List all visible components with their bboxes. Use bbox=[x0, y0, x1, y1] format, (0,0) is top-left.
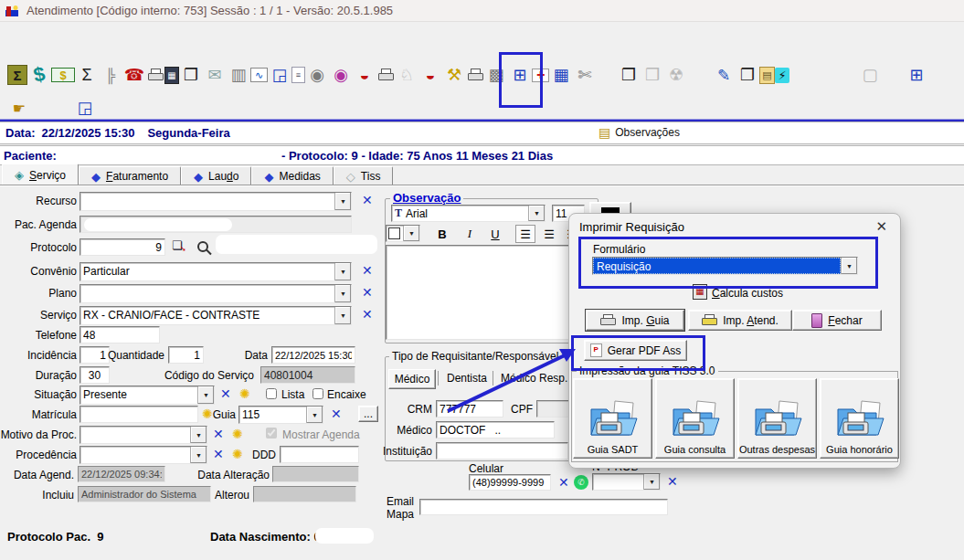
tab-medico[interactable]: Médico bbox=[388, 369, 436, 389]
clear-recurso-button[interactable]: ✕ bbox=[362, 193, 373, 207]
tiss-guide-button[interactable]: Guia honorário bbox=[820, 378, 899, 459]
transfer-person-icon[interactable]: ◲ bbox=[268, 61, 291, 89]
calculator-icon[interactable]: ▦ bbox=[164, 67, 179, 84]
cd-color-icon[interactable]: ◉ bbox=[329, 61, 353, 89]
lista-checkbox[interactable] bbox=[266, 388, 277, 399]
copy-docs-2-icon[interactable]: ❐ bbox=[617, 61, 641, 89]
dollar-bill-icon[interactable]: $ bbox=[51, 68, 75, 82]
clear-nprob-button[interactable]: ✕ bbox=[667, 474, 678, 489]
print-requisition-icon[interactable] bbox=[466, 68, 484, 82]
observacoes-button[interactable]: ▤ Observações bbox=[599, 125, 680, 140]
observacao-title[interactable]: Observação bbox=[390, 191, 463, 205]
toy-icon[interactable]: ♘ bbox=[395, 61, 418, 89]
quantidade-input[interactable] bbox=[168, 346, 204, 364]
ddd-input[interactable] bbox=[280, 446, 359, 463]
tiss-guide-button[interactable]: Guia SADT bbox=[573, 378, 652, 459]
sum-report-icon[interactable]: Σ bbox=[7, 65, 27, 85]
encaixe-checkbox[interactable] bbox=[313, 388, 323, 399]
imp-atend-button[interactable]: Imp. Atend. bbox=[688, 310, 792, 331]
motivo-proc-combobox[interactable]: ▼ bbox=[79, 426, 207, 444]
cd-icon[interactable]: ◉ bbox=[305, 61, 329, 89]
copy-docs-icon[interactable]: ❐ bbox=[179, 61, 203, 89]
chevron-down-icon[interactable]: ▼ bbox=[334, 263, 351, 280]
clear-motivo-button[interactable]: ✕ bbox=[213, 427, 224, 441]
clear-situacao-button[interactable]: ✕ bbox=[220, 386, 231, 401]
tiss-guide-button[interactable]: Guia consulta bbox=[655, 378, 735, 459]
notepad-icon[interactable]: ▤ bbox=[759, 67, 775, 84]
clamp-icon[interactable]: ⚒ bbox=[442, 61, 466, 89]
chevron-down-icon[interactable]: ▼ bbox=[306, 407, 323, 423]
font-combobox[interactable]: TArial ▼ bbox=[391, 205, 546, 222]
doc-forward-icon[interactable]: ❏ bbox=[172, 238, 183, 252]
clear-procedencia-button[interactable]: ✕ bbox=[213, 447, 224, 461]
clipboard-gray-icon[interactable]: ▢ bbox=[858, 61, 882, 89]
chevron-down-icon[interactable]: ▼ bbox=[403, 226, 419, 241]
calcula-custos-button[interactable]: Calcula custos bbox=[712, 287, 783, 300]
chevron-down-icon[interactable]: ▼ bbox=[190, 427, 207, 443]
duracao-input[interactable] bbox=[79, 366, 110, 384]
tab-medidas[interactable]: Medidas bbox=[251, 166, 333, 185]
printer-batch-icon[interactable] bbox=[376, 68, 395, 82]
celular-input[interactable] bbox=[469, 474, 551, 491]
convenio-combobox[interactable]: Particular▼ bbox=[79, 262, 352, 281]
guia-more-button[interactable]: ... bbox=[358, 406, 378, 422]
servico-combobox[interactable]: RX - CRANIO/FACE - CONTRASTE▼ bbox=[79, 306, 352, 325]
sun-situacao-icon[interactable]: ✺ bbox=[239, 386, 250, 401]
shredder-icon[interactable]: ✄ bbox=[573, 61, 597, 89]
plano-combobox[interactable]: ▼ bbox=[79, 284, 352, 303]
align-left-button[interactable]: ☰ bbox=[515, 225, 535, 243]
tab-faturamento[interactable]: Faturamento bbox=[79, 166, 181, 185]
email-input[interactable] bbox=[419, 499, 668, 515]
mail-icon[interactable]: ✉ bbox=[203, 61, 227, 89]
tab-servico[interactable]: Serviço bbox=[2, 164, 79, 185]
fechar-button[interactable]: Fechar bbox=[792, 310, 882, 331]
chevron-down-icon[interactable]: ▼ bbox=[334, 193, 351, 210]
procedencia-combobox[interactable]: ▼ bbox=[79, 446, 207, 464]
matricula-input[interactable] bbox=[79, 406, 198, 423]
tray-red-2-icon[interactable]: ◒ bbox=[418, 61, 442, 89]
mostrar-agenda-checkbox[interactable] bbox=[266, 428, 277, 438]
chevron-down-icon[interactable]: ▼ bbox=[334, 307, 351, 324]
underline-button[interactable]: U bbox=[484, 225, 506, 243]
align-center-button[interactable]: ☰ bbox=[539, 225, 559, 243]
table-grid-icon[interactable]: ▦ bbox=[549, 61, 573, 89]
sigma-icon[interactable]: Σ bbox=[75, 61, 99, 89]
guia-combobox[interactable]: 115▼ bbox=[238, 406, 323, 424]
nprob-combobox[interactable]: ▼ bbox=[592, 473, 661, 491]
observacao-textarea[interactable] bbox=[386, 245, 574, 340]
report-window-2-icon[interactable]: ⊞ bbox=[905, 61, 928, 89]
bold-button[interactable]: B bbox=[431, 225, 453, 243]
search-protocol-icon[interactable] bbox=[197, 241, 208, 252]
imp-guia-button[interactable]: Imp. Guia bbox=[586, 310, 684, 331]
trash-icon[interactable]: ▥ bbox=[227, 61, 250, 89]
situacao-combobox[interactable]: Presente▼ bbox=[79, 386, 215, 405]
fan-icon[interactable]: ☢ bbox=[664, 61, 688, 89]
clear-celular-button[interactable]: ✕ bbox=[558, 475, 569, 490]
copy-docs-3-icon[interactable]: ❐ bbox=[736, 61, 759, 89]
edit-note-icon[interactable]: ✎ bbox=[712, 61, 736, 89]
money-transfer-icon[interactable]: $ bbox=[25, 59, 54, 91]
tab-tiss[interactable]: Tiss bbox=[334, 166, 394, 185]
runner-icon[interactable]: ⚡ bbox=[775, 68, 789, 83]
instituicao-input[interactable] bbox=[436, 442, 568, 460]
clear-guia-button[interactable]: ✕ bbox=[331, 407, 342, 421]
phone-icon[interactable]: ☎ bbox=[122, 61, 146, 89]
data-input[interactable] bbox=[271, 346, 355, 364]
chevron-down-icon[interactable]: ▼ bbox=[190, 447, 207, 463]
chart-icon[interactable]: ∿ bbox=[250, 68, 268, 82]
sun-motivo-icon[interactable]: ✺ bbox=[232, 427, 243, 441]
chevron-down-icon[interactable]: ▼ bbox=[643, 474, 660, 490]
tree-view-icon[interactable]: ╠ bbox=[99, 61, 122, 89]
tab-laudo[interactable]: Laudo bbox=[181, 166, 251, 185]
book-icon[interactable]: ❒ bbox=[641, 61, 664, 89]
tiss-guide-button[interactable]: Outras despesas bbox=[737, 378, 817, 459]
clear-servico-button[interactable]: ✕ bbox=[362, 307, 373, 322]
italic-button[interactable]: I bbox=[459, 225, 481, 243]
document-icon[interactable]: ≡ bbox=[291, 67, 305, 83]
clear-plano-button[interactable]: ✕ bbox=[362, 285, 373, 300]
chevron-down-icon[interactable]: ▼ bbox=[334, 285, 351, 302]
clear-convenio-button[interactable]: ✕ bbox=[362, 263, 373, 278]
chevron-down-icon[interactable]: ▼ bbox=[528, 206, 545, 221]
printer-gray-icon[interactable] bbox=[146, 68, 164, 82]
highlight-color-picker[interactable]: ▼ bbox=[386, 225, 420, 242]
